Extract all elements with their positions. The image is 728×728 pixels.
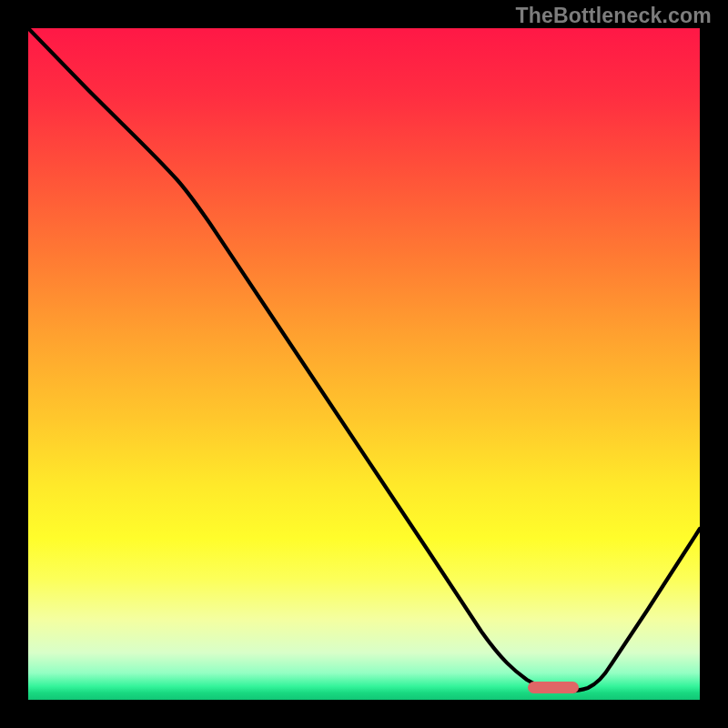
bottleneck-curve-path [28,28,700,691]
plot-area [28,28,700,700]
chart-svg [28,28,700,700]
outer-frame: TheBottleneck.com [0,0,728,728]
watermark-text: TheBottleneck.com [515,4,712,28]
optimal-marker [528,682,579,693]
